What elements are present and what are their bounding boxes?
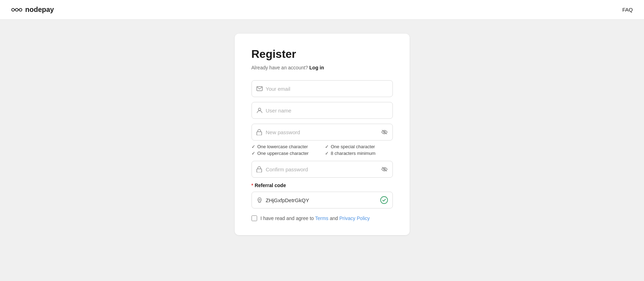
register-card: Register Already have an account? Log in — [235, 34, 410, 235]
username-input[interactable] — [252, 102, 393, 119]
new-password-wrapper — [252, 124, 393, 140]
svg-point-0 — [12, 8, 14, 11]
confirm-password-wrapper — [252, 161, 393, 178]
terms-checkbox[interactable] — [252, 215, 257, 221]
new-password-toggle-icon[interactable] — [381, 129, 388, 135]
logo-icon — [11, 6, 22, 13]
header: nodepay FAQ — [0, 0, 644, 20]
confirm-password-toggle-icon[interactable] — [381, 166, 388, 172]
referral-input-wrapper — [252, 192, 393, 208]
login-link[interactable]: Log in — [309, 65, 324, 70]
main-content: Register Already have an account? Log in — [0, 20, 644, 281]
login-prompt-text: Already have an account? — [252, 65, 308, 70]
logo-area: nodepay — [11, 6, 54, 14]
referral-label: * Referral code — [252, 183, 393, 188]
hint-lowercase: ✓ One lowercase character — [252, 144, 319, 149]
email-input-wrapper — [252, 80, 393, 97]
terms-text: I have read and agree to Terms and Priva… — [261, 215, 370, 221]
hint-special: ✓ One special character — [325, 144, 393, 149]
terms-row: I have read and agree to Terms and Priva… — [252, 215, 393, 221]
hint-uppercase: ✓ One uppercase character — [252, 151, 319, 156]
referral-valid-icon — [380, 196, 388, 204]
referral-input[interactable] — [252, 192, 393, 208]
email-input[interactable] — [252, 80, 393, 97]
referral-asterisk: * — [252, 183, 253, 188]
privacy-policy-link[interactable]: Privacy Policy — [339, 215, 370, 221]
terms-link[interactable]: Terms — [315, 215, 328, 221]
username-input-wrapper — [252, 102, 393, 119]
password-hints: ✓ One lowercase character ✓ One special … — [252, 144, 393, 156]
svg-point-2 — [19, 8, 22, 11]
page-title: Register — [252, 48, 393, 61]
new-password-input[interactable] — [252, 124, 393, 140]
svg-point-14 — [381, 197, 388, 204]
logo-text: nodepay — [25, 6, 54, 14]
confirm-password-input[interactable] — [252, 161, 393, 178]
faq-link[interactable]: FAQ — [622, 7, 633, 13]
login-prompt: Already have an account? Log in — [252, 65, 393, 70]
svg-point-1 — [15, 8, 18, 11]
hint-min-chars: ✓ 8 characters minimum — [325, 151, 393, 156]
